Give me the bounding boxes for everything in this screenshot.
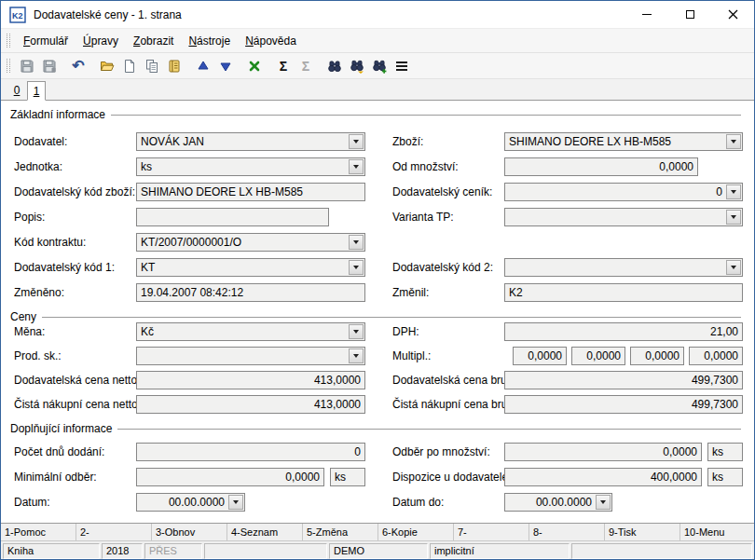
move-down-button[interactable]: [214, 55, 237, 77]
product-group-label: Prod. sk.:: [14, 347, 62, 365]
currency-combobox[interactable]: Kč: [136, 322, 365, 341]
open-folder-icon: [100, 59, 115, 74]
multiplier-field-2[interactable]: 0,0000: [571, 347, 625, 365]
field-value: 0,0000: [528, 349, 562, 362]
supplier-code-1-combobox[interactable]: KT: [136, 258, 365, 277]
function-key-4[interactable]: 4-Seznam: [227, 524, 303, 540]
gross-purchase-price-field[interactable]: 499,7300: [504, 395, 743, 414]
supplier-pricelist-combobox[interactable]: 0: [504, 183, 743, 201]
variant-tp-combobox[interactable]: [504, 208, 743, 226]
product-group-combobox[interactable]: [136, 347, 365, 365]
net-purchase-price-label: Čistá nákupní cena netto:: [14, 395, 141, 414]
function-key-9[interactable]: 9-Tisk: [605, 524, 680, 540]
supplier-pricelist-label: Dodavatelský ceník:: [392, 183, 492, 201]
unit-combobox[interactable]: ks: [136, 157, 365, 176]
find-button[interactable]: [323, 55, 346, 77]
combo-dropdown-button[interactable]: [349, 235, 364, 250]
maximize-button[interactable]: [668, 1, 711, 28]
minimize-button[interactable]: [625, 1, 668, 28]
combo-dropdown-button[interactable]: [349, 260, 364, 275]
date-from-picker[interactable]: 00.00.0000: [136, 493, 245, 512]
sum-button[interactable]: Σ: [272, 55, 295, 77]
status-implicit: implicitní: [430, 543, 570, 559]
menu-item-napoveda[interactable]: Nápověda: [238, 31, 304, 51]
order-by-quantity-unit-field[interactable]: ks: [707, 443, 743, 461]
supplier-availability-unit-field[interactable]: ks: [707, 468, 743, 486]
combo-dropdown-button[interactable]: [596, 495, 611, 510]
menu-grip-handle[interactable]: [7, 34, 10, 48]
minimum-order-unit-field[interactable]: ks: [330, 468, 365, 486]
notebook-button[interactable]: [163, 55, 185, 77]
discard-changes-button[interactable]: [243, 55, 266, 77]
find-next-button[interactable]: [346, 55, 368, 77]
tab-page-1[interactable]: 1: [27, 81, 46, 101]
open-button[interactable]: [96, 55, 118, 77]
function-key-10[interactable]: 10-Menu: [680, 524, 755, 540]
save-record-button[interactable]: [38, 55, 61, 77]
function-key-3[interactable]: 3-Obnov: [152, 524, 227, 540]
down-arrow-icon: [218, 59, 233, 74]
menu-item-nastroje[interactable]: Nástroje: [181, 31, 238, 51]
supplier-gross-price-field[interactable]: 499,7300: [504, 371, 743, 389]
find-advanced-button[interactable]: [368, 55, 391, 77]
contract-code-combobox[interactable]: KT/2007/0000001/O: [136, 233, 365, 252]
combo-dropdown-button[interactable]: [349, 134, 364, 149]
delivery-days-field[interactable]: 0: [136, 443, 365, 461]
description-field[interactable]: [136, 208, 329, 226]
combo-dropdown-button[interactable]: [349, 159, 364, 174]
combo-dropdown-button[interactable]: [349, 348, 364, 363]
menu-item-zobrazit[interactable]: Zobrazit: [126, 31, 181, 51]
new-document-button[interactable]: [118, 55, 141, 77]
order-by-quantity-field[interactable]: 0,0000: [504, 443, 702, 461]
supplier-code-2-combobox[interactable]: [504, 258, 743, 277]
sum-disabled-button[interactable]: Σ: [295, 55, 317, 77]
menu-item-upravy[interactable]: Úpravy: [76, 31, 126, 51]
multiplier-field-3[interactable]: 0,0000: [630, 347, 684, 365]
supplier-product-code-field[interactable]: SHIMANO DEORE LX HB-M585: [136, 183, 365, 201]
toolbar-menu-button[interactable]: [391, 55, 413, 77]
field-value: KT/2007/0000001/O: [141, 236, 241, 249]
chevron-down-icon: [353, 240, 359, 244]
field-value: 19.04.2007 08:42:12: [141, 286, 243, 299]
move-up-button[interactable]: [192, 55, 214, 77]
undo-button[interactable]: ↶: [67, 55, 89, 77]
combo-dropdown-button[interactable]: [726, 184, 741, 199]
function-key-7[interactable]: 7-: [454, 524, 529, 540]
combo-dropdown-button[interactable]: [726, 134, 741, 149]
goods-combobox[interactable]: SHIMANO DEORE LX HB-M585: [504, 132, 743, 151]
minimize-icon: [642, 14, 652, 15]
function-key-5[interactable]: 5-Změna: [303, 524, 378, 540]
supplier-availability-field[interactable]: 400,0000: [504, 468, 702, 486]
combo-dropdown-button[interactable]: [228, 495, 243, 510]
function-key-6[interactable]: 6-Kopie: [378, 524, 454, 540]
function-key-2[interactable]: 2-: [76, 524, 152, 540]
multiplier-field-4[interactable]: 0,0000: [689, 347, 743, 365]
function-key-1[interactable]: 1-Pomoc: [1, 524, 76, 540]
changed-by-field[interactable]: K2: [504, 283, 743, 302]
minimum-order-field[interactable]: 0,0000: [136, 468, 324, 486]
supplier-combobox[interactable]: NOVÁK JAN: [136, 132, 365, 151]
vat-field[interactable]: 21,00: [504, 322, 743, 341]
field-value: ks: [141, 160, 152, 173]
close-button[interactable]: [711, 1, 754, 28]
function-key-8[interactable]: 8-: [529, 524, 605, 540]
date-to-picker[interactable]: 00.00.0000: [504, 493, 612, 512]
toolbar-grip-handle[interactable]: [7, 59, 10, 73]
combo-dropdown-button[interactable]: [726, 260, 741, 275]
net-purchase-price-field[interactable]: 413,0000: [136, 395, 365, 414]
from-quantity-field[interactable]: 0,0000: [504, 157, 698, 176]
window-title: Dodavatelské ceny - 1. strana: [34, 8, 182, 21]
vat-label: DPH:: [392, 322, 419, 341]
tab-page-0[interactable]: 0: [8, 83, 25, 99]
description-label: Popis:: [14, 208, 45, 226]
supplier-net-price-field[interactable]: 413,0000: [136, 371, 365, 389]
menu-item-formular[interactable]: Formulář: [16, 31, 76, 51]
combo-dropdown-button[interactable]: [726, 210, 741, 225]
field-value: 0,0000: [659, 160, 693, 173]
changed-at-field[interactable]: 19.04.2007 08:42:12: [136, 283, 365, 302]
copy-button[interactable]: [141, 55, 163, 77]
multiplier-field-1[interactable]: 0,0000: [513, 347, 567, 365]
binoculars-icon: [327, 59, 342, 74]
save-button[interactable]: [16, 55, 38, 77]
combo-dropdown-button[interactable]: [349, 324, 364, 339]
